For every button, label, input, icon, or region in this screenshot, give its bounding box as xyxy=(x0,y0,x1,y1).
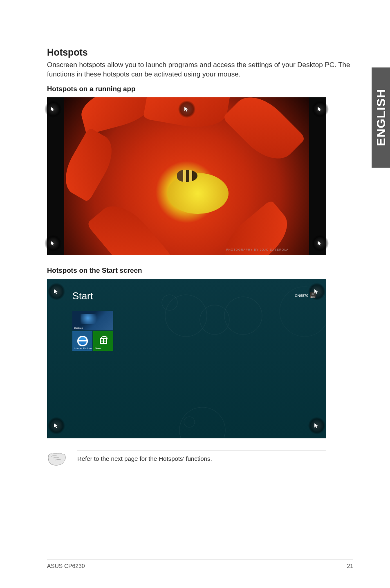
tile-internet-explorer[interactable]: Internet Explorer xyxy=(72,331,92,351)
hotspot-bottom-left[interactable] xyxy=(45,235,62,252)
note-row: Refer to the next page for the Hotspots'… xyxy=(47,451,326,468)
page-content: Hotspots Onscreen hotspots allow you to … xyxy=(0,0,390,588)
start-background xyxy=(47,279,326,438)
note-hand-icon xyxy=(47,451,67,467)
cursor-icon xyxy=(317,240,323,246)
hotspot-top-right[interactable] xyxy=(308,283,325,300)
tile-store-label: Store xyxy=(95,347,101,350)
footer-page-number: 21 xyxy=(347,563,353,569)
intro-text: Onscreen hotspots allow you to launch pr… xyxy=(47,61,353,79)
cursor-icon xyxy=(314,423,320,429)
hotspot-top-center[interactable] xyxy=(178,101,195,118)
hotspot-top-right[interactable] xyxy=(312,101,329,118)
cursor-icon xyxy=(54,423,59,429)
store-icon xyxy=(100,338,107,344)
tile-store[interactable]: Store xyxy=(93,331,113,351)
hotspot-top-left[interactable] xyxy=(48,283,65,300)
cursor-icon xyxy=(50,106,56,112)
photo-caption: PHOTOGRAPHY BY JOJO SABEROLA xyxy=(226,248,289,251)
footer-product: ASUS CP6230 xyxy=(47,563,85,569)
cursor-icon xyxy=(50,240,56,246)
ie-icon xyxy=(77,336,88,346)
screenshot-start-screen: Start CN6870 Desktop Internet Explorer S… xyxy=(47,279,326,438)
user-name: CN6870 xyxy=(295,294,308,298)
note-text: Refer to the next page for the Hotspots'… xyxy=(77,455,326,462)
hotspot-bottom-right[interactable] xyxy=(312,235,329,252)
tile-desktop-label: Desktop xyxy=(74,327,83,329)
screenshot-running-app: PHOTOGRAPHY BY JOJO SABEROLA xyxy=(47,97,326,255)
subheading-start-screen: Hotspots on the Start screen xyxy=(47,267,353,275)
tile-ie-label: Internet Explorer xyxy=(74,347,92,350)
page-footer: ASUS CP6230 21 xyxy=(47,559,353,569)
section-heading: Hotspots xyxy=(47,47,353,58)
photo-flower: PHOTOGRAPHY BY JOJO SABEROLA xyxy=(64,97,309,255)
cursor-icon xyxy=(184,106,190,112)
cursor-icon xyxy=(317,106,323,112)
tile-desktop[interactable]: Desktop xyxy=(72,311,113,330)
hotspot-bottom-right[interactable] xyxy=(308,417,325,434)
hotspot-top-left[interactable] xyxy=(45,101,62,118)
subheading-running-app: Hotspots on a running app xyxy=(47,85,353,93)
note-container: Refer to the next page for the Hotspots'… xyxy=(77,451,326,468)
start-tiles: Desktop Internet Explorer Store xyxy=(72,311,113,351)
hotspot-bottom-left[interactable] xyxy=(48,417,65,434)
start-title: Start xyxy=(72,290,93,302)
cursor-icon xyxy=(314,289,320,294)
cursor-icon xyxy=(54,289,59,294)
